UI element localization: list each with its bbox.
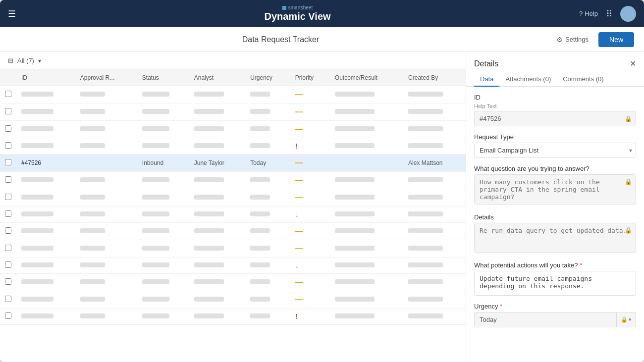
skeleton [142,246,169,251]
col-checkbox [0,70,16,86]
gear-icon: ⚙ [556,36,563,44]
priority-indicator: — [295,295,303,304]
required-marker: * [580,261,582,269]
col-priority: Priority [290,70,330,86]
table-row[interactable]: — [0,86,466,103]
skeleton [408,246,443,251]
row-checkbox[interactable] [5,108,11,114]
row-checkbox[interactable] [5,176,11,183]
row-checkbox[interactable] [5,278,11,285]
request-type-select[interactable]: Email Campaign List [474,143,636,158]
app-window: ☰ smartsheet Dynamic View ? Help ⠿ Data … [0,0,644,362]
potential-actions-textarea[interactable]: Update future email campaigns depending … [474,271,636,296]
urgency-dropdown-button[interactable]: 🔒 ▾ [617,312,636,327]
table-row[interactable]: — [0,172,466,189]
row-checkbox[interactable] [5,194,11,200]
skeleton [335,126,375,131]
details-panel: Details ✕ Data Attachments (0) Comments … [466,52,644,362]
nav-logo: smartsheet [282,5,313,10]
skeleton [142,143,169,148]
skeleton [80,195,105,200]
row-checkbox[interactable] [5,159,11,165]
skeleton [250,195,270,200]
hamburger-icon[interactable]: ☰ [8,8,16,19]
skeleton [408,109,443,114]
urgency-input[interactable] [474,312,617,327]
tab-data[interactable]: Data [474,72,499,87]
tab-comments[interactable]: Comments (0) [557,72,609,87]
skeleton [80,177,105,182]
table-header-row: ID Approval R... Status Analyst Urgency … [0,70,466,86]
skeleton [335,195,375,200]
skeleton [335,177,375,182]
table-row[interactable]: — [0,189,466,207]
skeleton [80,279,105,284]
skeleton [21,313,54,318]
avatar[interactable] [620,6,636,22]
table-row[interactable]: #47526 Inbound June Taylor Today — Alex … [0,155,466,172]
skeleton [80,211,105,216]
nav-center: smartsheet Dynamic View [264,5,330,22]
request-type-wrapper: Email Campaign List ▾ [474,143,636,158]
table-row[interactable]: — [0,240,466,258]
potential-actions-field-group: What potential actions will you take? * … [474,261,636,296]
row-checkbox[interactable] [5,261,11,268]
filter-label[interactable]: All (7) [17,57,34,64]
settings-button[interactable]: ⚙ Settings [551,33,593,47]
row-checkbox[interactable] [5,312,11,319]
skeleton [408,195,443,200]
details-textarea[interactable] [474,223,636,253]
id-field-input [474,111,636,126]
table-row[interactable]: — [0,291,466,309]
skeleton [80,109,105,114]
col-outcome: Outcome/Result [330,70,403,86]
row-checkbox[interactable] [5,227,11,234]
urgency-label: Urgency * [474,303,636,310]
skeleton [142,211,169,216]
skeleton [142,228,169,233]
question-textarea[interactable] [474,174,636,205]
skeleton [408,297,443,302]
help-label: Help [585,10,598,17]
skeleton [21,262,54,267]
id-field-help: Help Text [474,103,636,109]
skeleton [194,279,224,284]
potential-actions-label: What potential actions will you take? * [474,261,636,269]
row-checkbox[interactable] [5,125,11,132]
filter-dropdown-icon[interactable]: ▾ [38,57,41,64]
priority-indicator: — [295,176,303,184]
skeleton [142,297,169,302]
skeleton [194,126,224,131]
filter-icon: ⊟ [8,57,13,64]
skeleton [250,228,270,233]
table-row[interactable]: — [0,274,466,291]
table-row[interactable]: ↓ [0,207,466,223]
skeleton [194,246,224,251]
skeleton [21,211,54,216]
skeleton [250,109,270,114]
page-title: Data Request Tracker [242,35,320,44]
skeleton [21,143,54,148]
table-row[interactable]: — [0,103,466,121]
new-button[interactable]: New [598,32,634,47]
help-button[interactable]: ? Help [579,10,598,17]
table-row[interactable]: ↓ [0,258,466,274]
skeleton [250,177,270,182]
row-checkbox[interactable] [5,142,11,149]
table-row[interactable]: — [0,223,466,240]
skeleton [142,195,169,200]
tab-attachments[interactable]: Attachments (0) [499,72,557,87]
table-row[interactable]: — [0,121,466,138]
row-checkbox[interactable] [5,245,11,251]
priority-indicator: — [295,193,303,202]
priority-indicator: — [295,107,303,116]
table-row[interactable]: ! [0,309,466,325]
priority-indicator: — [295,158,303,167]
table-row[interactable]: ! [0,138,466,155]
row-checkbox[interactable] [5,296,11,302]
row-checkbox[interactable] [5,91,11,97]
skeleton [194,109,224,114]
grid-icon[interactable]: ⠿ [606,8,612,19]
row-checkbox[interactable] [5,210,11,217]
close-icon[interactable]: ✕ [630,59,636,68]
